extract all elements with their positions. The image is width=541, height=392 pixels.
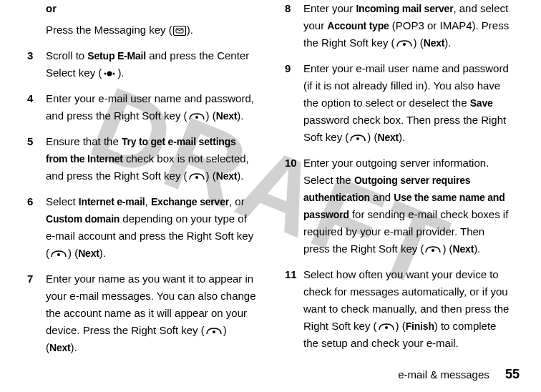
svg-point-13 [432, 249, 434, 252]
center-select-key-icon [102, 69, 117, 79]
svg-point-5 [107, 72, 112, 77]
messaging-key-icon [173, 26, 186, 36]
step-body: Select how often you want your device to… [303, 266, 514, 352]
step-8: 8Enter your Incoming mail server, and se… [285, 0, 514, 52]
or-body-row: Press the Messaging key (). [27, 21, 256, 39]
step-body: Enter your Incoming mail server, and sel… [303, 0, 514, 52]
svg-point-4 [104, 73, 107, 75]
step-number: 7 [27, 270, 46, 356]
bold-term: Next [49, 342, 71, 353]
bold-term: Try to get e-mail settings from the Inte… [46, 136, 236, 165]
page-footer: e-mail & messages 55 [398, 364, 520, 385]
bold-term: Save [470, 97, 493, 109]
right-soft-key-icon [205, 326, 223, 336]
svg-point-7 [195, 116, 198, 119]
bold-term: Finish [406, 320, 434, 332]
section-title: e-mail & messages [398, 368, 489, 381]
step-6: 6Select Internet e-mail, Exchange server… [27, 193, 256, 262]
step-7: 7Enter your name as you want it to appea… [27, 270, 256, 356]
step-body: Ensure that the Try to get e-mail settin… [46, 133, 256, 185]
right-soft-key-icon [50, 249, 67, 259]
bold-term: Next [216, 170, 238, 182]
bold-term: Exchange server [151, 196, 229, 207]
step-body: Enter your outgoing server information. … [303, 155, 514, 258]
or-body: Press the Messaging key (). [46, 21, 256, 39]
svg-point-11 [403, 43, 406, 46]
right-soft-key-icon [424, 245, 442, 255]
step-body: Enter your name as you want it to appear… [46, 270, 256, 356]
svg-point-6 [113, 73, 115, 75]
svg-point-12 [356, 137, 359, 140]
page-number: 55 [505, 367, 520, 381]
content-columns: or Press the Messaging key (). 3Scroll t… [0, 0, 541, 363]
bold-term: Next [78, 248, 99, 259]
step-10: 10Enter your outgoing server information… [285, 155, 514, 258]
step-3: 3Scroll to Setup E-Mail and press the Ce… [27, 47, 256, 82]
step-body: Select Internet e-mail, Exchange server,… [46, 193, 256, 262]
svg-point-10 [213, 330, 215, 333]
svg-point-8 [195, 176, 198, 179]
bold-term: Next [424, 37, 445, 49]
right-soft-key-icon [188, 172, 205, 182]
step-number: 11 [285, 266, 303, 352]
bold-term: Account type [327, 20, 389, 31]
step-4: 4Enter your e-mail user name and passwor… [27, 90, 256, 124]
bold-term: Next [378, 132, 399, 143]
bold-term: Setup E-Mail [87, 50, 146, 62]
right-soft-key-icon [349, 133, 366, 143]
right-soft-key-icon [396, 39, 413, 49]
step-number: 5 [27, 133, 46, 185]
bold-term: Next [216, 110, 238, 122]
bold-term: Internet e-mail [79, 196, 145, 207]
step-body: Scroll to Setup E-Mail and press the Cen… [46, 47, 256, 82]
step-number: 3 [27, 47, 46, 82]
right-soft-key-icon [188, 112, 205, 122]
or-heading: or [27, 0, 256, 17]
svg-point-9 [57, 253, 60, 256]
bold-term: Next [453, 243, 474, 255]
step-11: 11Select how often you want your device … [285, 266, 514, 352]
step-number: 4 [27, 90, 46, 124]
step-body: Enter your e-mail user name and password… [303, 60, 514, 146]
step-number: 8 [285, 0, 303, 52]
step-9: 9Enter your e-mail user name and passwor… [285, 60, 514, 146]
step-number: 6 [27, 193, 46, 262]
step-body: Enter your e-mail user name and password… [46, 90, 256, 124]
step-5: 5Ensure that the Try to get e-mail setti… [27, 133, 256, 185]
right-soft-key-icon [378, 322, 395, 332]
step-number: 9 [285, 60, 303, 146]
svg-point-14 [385, 326, 388, 329]
bold-term: Custom domain [46, 213, 120, 225]
bold-term: Incoming mail server [356, 3, 453, 14]
step-number: 10 [285, 155, 303, 258]
